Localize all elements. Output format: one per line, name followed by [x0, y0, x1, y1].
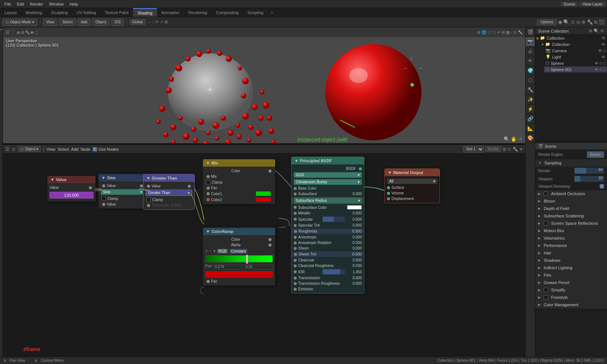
tab-modeling[interactable]: Modeling — [21, 8, 47, 17]
simplify-checkbox[interactable] — [544, 288, 548, 292]
bsdf-sheen-socket[interactable] — [294, 247, 297, 250]
bsdf-aniso-socket[interactable] — [294, 236, 297, 239]
viewport-menu-icon[interactable]: ☰ — [5, 30, 10, 35]
denoising-checkbox[interactable] — [600, 184, 604, 188]
scene-name[interactable]: Scene — [561, 2, 578, 6]
scene-collection-item[interactable]: ▶ 📁 Collection 👁 — [535, 35, 607, 41]
mix-mix-in-socket[interactable] — [207, 175, 210, 178]
bsdf-node[interactable]: ▼ Principled BSDF BSDF GGX▾ — [291, 157, 364, 294]
material-output-node[interactable]: ▼ Material Output All▾ Surface — [384, 168, 440, 203]
sine-node-input-socket[interactable] — [102, 184, 105, 187]
gis-menu[interactable]: GIS — [111, 19, 124, 26]
mat-output-all-dropdown[interactable]: All▾ — [387, 178, 437, 184]
bsdf-clearcoat-rough-socket[interactable] — [294, 264, 297, 267]
prop-icon-scene[interactable]: 🎬 — [526, 27, 535, 37]
bsdf-trans-rough-socket[interactable] — [294, 282, 297, 285]
sphere-restrict2-icon[interactable]: ◻ — [603, 61, 606, 65]
bsdf-cb-dropdown[interactable]: Christensen Burley▾ — [294, 179, 362, 185]
bsdf-out-socket[interactable] — [359, 167, 362, 170]
camera-item[interactable]: 📷 Camera 👁 ◻ — [544, 47, 607, 54]
camera-eye-icon[interactable]: 👁 — [598, 49, 602, 53]
prop-icon-constraints[interactable]: 🔗 — [526, 114, 535, 124]
collection-item[interactable]: ▼ 📁 Collection 👁 — [540, 41, 607, 47]
ambient-occlusion-header[interactable]: ▶ Ambient Occlusion — [535, 190, 607, 197]
cr-gradient-bar[interactable] — [205, 255, 273, 263]
film-header[interactable]: ▶ Film — [535, 271, 607, 279]
select-menu[interactable]: Select — [59, 19, 76, 26]
sampling-header[interactable]: ▼ Sampling — [535, 159, 607, 167]
prop-icon-physics[interactable]: ⚡ — [526, 104, 535, 114]
sphere-item[interactable]: ⬡ Sphere 👁 ⊙ ◻ — [544, 60, 607, 66]
node-type-icon[interactable]: ◎ — [12, 147, 16, 151]
camera-restrict-icon[interactable]: ◻ — [603, 49, 606, 53]
bsdf-aniso-rot-socket[interactable] — [294, 241, 297, 244]
menu-window[interactable]: Window — [46, 2, 67, 6]
prop-icon-world[interactable]: 🌍 — [526, 66, 535, 76]
gt-threshold-socket[interactable] — [147, 204, 150, 207]
collection-eye-icon[interactable]: 👁 — [601, 42, 606, 47]
node-select-menu[interactable]: Select — [58, 147, 69, 151]
tab-compositing[interactable]: Compositing — [211, 8, 243, 17]
node-node-menu[interactable]: Node — [81, 147, 90, 151]
performance-header[interactable]: ▶ Performance — [535, 242, 607, 249]
node-add-menu[interactable]: Add — [71, 147, 79, 151]
slot-dropdown[interactable]: Slot 1 — [463, 146, 484, 153]
menu-render[interactable]: Render — [27, 2, 46, 6]
bsdf-ior-socket[interactable] — [294, 270, 297, 273]
bsdf-transmission-socket[interactable] — [294, 277, 297, 280]
sphere001-item[interactable]: ⬡ Sphere.001 👁 ⊙ ◻ — [544, 66, 607, 73]
scene-filter-icon[interactable]: ⊕ — [589, 29, 592, 33]
sphere001-restrict2-icon[interactable]: ◻ — [603, 68, 606, 71]
bsdf-ggx-dropdown[interactable]: GGX▾ — [294, 172, 362, 178]
bsdf-specular-socket[interactable] — [294, 218, 297, 221]
gt-clamp-checkbox[interactable] — [146, 197, 151, 202]
mode-select[interactable]: ⬡ Object Mode ▾ — [2, 19, 37, 26]
sine-clamp-checkbox[interactable] — [101, 196, 106, 201]
sine-node[interactable]: ▼ Sine Value Sine▾ — [99, 174, 147, 208]
bsdf-metallic-socket[interactable] — [294, 212, 297, 215]
ao-checkbox[interactable] — [544, 191, 548, 196]
mat-surface-socket[interactable] — [387, 186, 390, 189]
prop-icon-render[interactable]: 📷 — [526, 37, 535, 47]
use-nodes-checkbox[interactable] — [93, 147, 97, 151]
value-field[interactable]: 133.000 — [50, 192, 93, 198]
mix-color1-swatch[interactable] — [256, 191, 271, 196]
cr-color-out-socket[interactable] — [269, 238, 271, 241]
prop-icon-modifiers[interactable]: 🔧 — [526, 85, 535, 95]
mat-volume-socket[interactable] — [387, 192, 390, 195]
tab-layout[interactable]: Layout — [0, 8, 21, 17]
indirect-lighting-header[interactable]: ▶ Indirect Lighting — [535, 264, 607, 271]
bloom-header[interactable]: ▶ Bloom — [535, 197, 607, 205]
left-icon-1[interactable] — [1, 29, 2, 30]
cr-plus[interactable]: + — [205, 248, 208, 254]
mat-displacement-socket[interactable] — [387, 197, 390, 200]
scene-search-icon[interactable]: 🔍 — [594, 29, 599, 33]
sss-header[interactable]: ▶ Subsurface Scattering — [535, 212, 607, 220]
motionblur-header[interactable]: ▶ Motion Blur — [535, 227, 607, 234]
mix-color1-socket[interactable] — [207, 192, 210, 195]
sine-type-dropdown[interactable]: Sine▾ — [101, 189, 144, 195]
bsdf-radius-dropdown[interactable]: Subsurface Radius▾ — [294, 198, 361, 203]
tab-texture-paint[interactable]: Texture Paint — [100, 8, 133, 17]
node-view-menu[interactable]: View — [47, 147, 56, 151]
cr-minus[interactable]: − — [209, 248, 212, 254]
sphere-restrict-icon[interactable]: ⊙ — [599, 61, 602, 65]
sphere-eye-icon[interactable]: 👁 — [594, 61, 598, 66]
scene-options-icon[interactable]: ⚙ — [600, 29, 604, 33]
viewport-samples-bar[interactable]: 16 — [574, 176, 604, 182]
options-btn[interactable]: Options — [537, 19, 556, 25]
bsdf-emission-socket[interactable] — [294, 288, 297, 291]
bsdf-spec-tint-socket[interactable] — [294, 224, 297, 227]
object-menu[interactable]: Object — [92, 19, 110, 26]
light-eye-icon[interactable]: 👁 — [601, 55, 606, 59]
value-node-output-socket[interactable] — [89, 186, 92, 189]
node-menu-icon[interactable]: ☰ — [5, 146, 10, 152]
menu-file[interactable]: File — [1, 2, 14, 6]
tab-sculpting[interactable]: Sculpting — [47, 8, 72, 17]
bsdf-basecolor-socket[interactable] — [294, 187, 297, 190]
ssr-checkbox[interactable] — [544, 221, 548, 226]
cr-fac-socket[interactable] — [207, 280, 210, 283]
gt-output-socket[interactable] — [188, 185, 191, 188]
tab-animation[interactable]: Animation — [157, 8, 184, 17]
prop-icon-view[interactable]: 👁 — [526, 56, 535, 66]
